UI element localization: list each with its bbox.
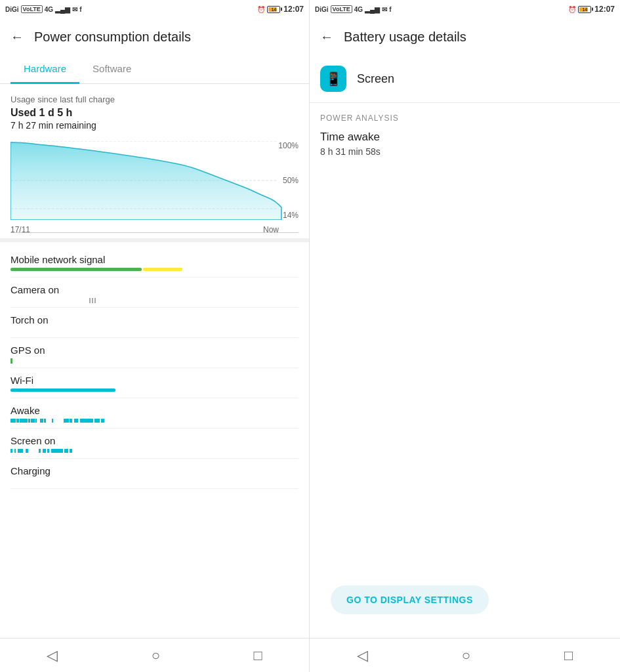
tab-hardware[interactable]: Hardware xyxy=(10,55,79,84)
power-items-list: Mobile network signal Camera on Torch xyxy=(0,247,309,638)
time-right: 12:07 xyxy=(594,5,615,14)
signal-strength: ▂▄▆ xyxy=(55,6,70,13)
status-right-left: ⏰ 14 12:07 xyxy=(257,5,304,14)
nav-back-left[interactable]: ◁ xyxy=(47,647,58,664)
left-panel: DiGi VoLTE 4G ▂▄▆ ✉ f ⏰ 14 12:07 ← Power… xyxy=(0,0,310,672)
msg-icon: ✉ xyxy=(72,6,77,13)
power-item-label-wifi: Wi-Fi xyxy=(10,375,299,386)
nav-recents-left[interactable]: □ xyxy=(253,647,262,664)
power-item-label-torch: Torch on xyxy=(10,314,299,326)
chart-labels-bottom: 17/11 Now xyxy=(10,222,299,234)
power-item-awake: Awake xyxy=(10,398,299,429)
power-bar-screen xyxy=(10,449,299,453)
power-item-mobile-signal: Mobile network signal xyxy=(10,247,299,278)
power-item-screen: Screen on xyxy=(10,429,299,459)
bottom-nav-right: ◁ ○ □ xyxy=(310,638,620,672)
time-awake-title: Time awake xyxy=(320,131,610,144)
power-item-wifi: Wi-Fi xyxy=(10,368,299,398)
power-bar-camera xyxy=(10,298,299,302)
msg-icon-right: ✉ xyxy=(382,6,387,13)
screen-icon: 📱 xyxy=(320,66,346,92)
power-bar-charging xyxy=(10,479,299,483)
chart-label-14: 14% xyxy=(278,211,299,220)
power-item-torch: Torch on xyxy=(10,308,299,338)
power-bar-mobile xyxy=(10,268,299,272)
power-item-camera: Camera on xyxy=(10,278,299,308)
time-awake-value: 8 h 31 min 58s xyxy=(320,146,610,157)
status-bar-right: DiGi VoLTE 4G ▂▄▆ ✉ f ⏰ 14 12:07 xyxy=(310,0,620,18)
power-item-charging: Charging xyxy=(10,459,299,489)
screen-icon-symbol: 📱 xyxy=(325,71,342,87)
signal-bars: 4G xyxy=(45,6,53,13)
chart-date-start: 17/11 xyxy=(10,225,30,234)
app-header-right: ← Battery usage details xyxy=(310,18,620,55)
power-item-label-charging: Charging xyxy=(10,465,299,476)
right-content: POWER ANALYSIS Time awake 8 h 31 min 58s… xyxy=(310,103,620,638)
power-bar-awake xyxy=(10,419,299,423)
usage-since-label: Usage since last full charge xyxy=(10,94,299,104)
power-item-label-mobile: Mobile network signal xyxy=(10,254,299,265)
nav-home-right[interactable]: ○ xyxy=(462,647,470,664)
signal-bars-right: ▂▄▆ xyxy=(365,6,380,13)
battery-level-left: 14 xyxy=(271,7,276,12)
status-bar-left: DiGi VoLTE 4G ▂▄▆ ✉ f ⏰ 14 12:07 xyxy=(0,0,309,18)
battery-icon-left: 14 xyxy=(267,6,280,13)
time-left: 12:07 xyxy=(283,5,304,14)
power-bar-gps xyxy=(10,358,299,362)
chart-label-100: 100% xyxy=(278,141,299,150)
back-button-right[interactable]: ← xyxy=(320,30,333,45)
status-right-right: ⏰ 14 12:07 xyxy=(568,5,615,14)
app-header-left: ← Power consumption details xyxy=(0,18,309,55)
fb-icon: f xyxy=(79,6,81,13)
nav-home-left[interactable]: ○ xyxy=(152,647,160,664)
screen-label: Screen xyxy=(357,72,394,86)
usage-remaining-text: 7 h 27 min remaining xyxy=(10,120,299,131)
page-title-left: Power consumption details xyxy=(34,30,191,45)
alarm-icon-left: ⏰ xyxy=(257,6,265,13)
go-to-display-button[interactable]: GO TO DISPLAY SETTINGS xyxy=(331,585,489,614)
chart-labels-right: 100% 50% 14% xyxy=(278,141,299,220)
status-left-right: DiGi VoLTE 4G ▂▄▆ ✉ f xyxy=(315,5,392,13)
page-title-right: Battery usage details xyxy=(344,30,466,45)
usage-section: Usage since last full charge Used 1 d 5 … xyxy=(0,84,309,136)
power-analysis-section: POWER ANALYSIS Time awake 8 h 31 min 58s xyxy=(310,103,620,162)
power-analysis-heading: POWER ANALYSIS xyxy=(320,114,610,123)
power-item-label-gps: GPS on xyxy=(10,345,299,356)
fb-icon-right: f xyxy=(389,6,391,13)
chart-label-50: 50% xyxy=(278,176,299,185)
chart-svg xyxy=(10,141,299,220)
go-to-display-btn-row: GO TO DISPLAY SETTINGS xyxy=(310,162,620,638)
power-item-label-awake: Awake xyxy=(10,405,299,416)
carrier-left: DiGi xyxy=(5,6,19,13)
signal-type-right: 4G xyxy=(354,6,363,13)
carrier-right: DiGi xyxy=(315,6,329,13)
tab-software[interactable]: Software xyxy=(79,55,144,84)
bottom-nav-left: ◁ ○ □ xyxy=(0,638,309,672)
power-bar-wifi xyxy=(10,388,299,392)
right-panel: DiGi VoLTE 4G ▂▄▆ ✉ f ⏰ 14 12:07 ← Batte… xyxy=(310,0,620,672)
battery-icon-right: 14 xyxy=(578,6,591,13)
network-type-right: VoLTE xyxy=(331,5,352,13)
network-type-left: VoLTE xyxy=(21,5,43,13)
usage-used-text: Used 1 d 5 h xyxy=(10,107,299,119)
alarm-icon-right: ⏰ xyxy=(568,6,576,13)
divider xyxy=(0,238,309,242)
back-button-left[interactable]: ← xyxy=(10,30,24,45)
screen-item-container: 📱 Screen xyxy=(310,55,620,103)
power-item-label-screen: Screen on xyxy=(10,435,299,446)
power-item-gps: GPS on xyxy=(10,338,299,368)
battery-level-right: 14 xyxy=(582,7,587,12)
power-bar-torch xyxy=(10,328,299,332)
nav-back-right[interactable]: ◁ xyxy=(357,647,368,664)
status-left: DiGi VoLTE 4G ▂▄▆ ✉ f xyxy=(5,5,82,13)
power-item-label-camera: Camera on xyxy=(10,284,299,295)
tabs-container: Hardware Software xyxy=(0,55,309,84)
battery-chart: 100% 50% 14% 17/11 Now xyxy=(10,141,299,233)
nav-recents-right[interactable]: □ xyxy=(564,647,573,664)
chart-date-now: Now xyxy=(263,225,279,234)
